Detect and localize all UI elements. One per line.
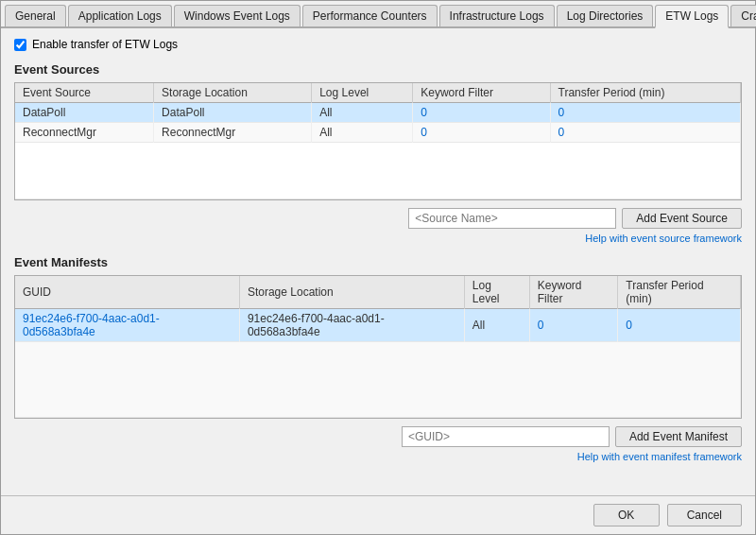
col-log-level2: Log Level — [464, 276, 529, 309]
tab-etw-logs[interactable]: ETW Logs — [655, 5, 729, 28]
table-row[interactable]: ReconnectMgr ReconnectMgr All 0 0 — [15, 123, 741, 143]
cell-storage2: 91ec24e6-f700-4aac-a0d1-0d568a3bfa4e — [239, 309, 464, 342]
col-transfer-period2: Transfer Period (min) — [618, 276, 741, 309]
cancel-button[interactable]: Cancel — [667, 504, 742, 526]
event-sources-header-row: Event Source Storage Location Log Level … — [15, 83, 741, 103]
enable-checkbox[interactable] — [14, 39, 26, 51]
add-event-manifest-button[interactable]: Add Event Manifest — [615, 426, 742, 447]
cell-guid[interactable]: 91ec24e6-f700-4aac-a0d1-0d568a3bfa4e — [15, 309, 239, 342]
event-manifests-table-container: GUID Storage Location Log Level Keyword … — [14, 275, 742, 419]
event-manifest-help-link[interactable]: Help with event manifest framework — [14, 451, 742, 462]
cell-level: All — [312, 103, 413, 123]
cell-period2: 0 — [618, 309, 741, 342]
event-sources-table: Event Source Storage Location Log Level … — [15, 83, 741, 199]
event-source-help-link[interactable]: Help with event source framework — [14, 233, 742, 244]
tab-general[interactable]: General — [5, 5, 66, 26]
col-keyword-filter: Keyword Filter — [413, 83, 550, 103]
event-sources-title: Event Sources — [14, 62, 742, 77]
guid-input[interactable] — [402, 426, 610, 447]
tab-performance-counters[interactable]: Performance Counters — [302, 5, 438, 26]
content-area: Enable transfer of ETW Logs Event Source… — [1, 28, 755, 495]
cell-level2: All — [464, 309, 529, 342]
event-sources-table-container: Event Source Storage Location Log Level … — [14, 82, 742, 200]
col-event-source: Event Source — [15, 83, 154, 103]
col-storage-location: Storage Location — [154, 83, 312, 103]
cell-source: ReconnectMgr — [15, 123, 154, 143]
tab-crash-dumps[interactable]: Crash Dumps — [730, 5, 756, 26]
cell-keyword: 0 — [413, 123, 550, 143]
cell-source: DataPoll — [15, 103, 154, 123]
add-event-source-button[interactable]: Add Event Source — [622, 208, 742, 229]
empty-row2 — [15, 342, 741, 418]
col-keyword-filter2: Keyword Filter — [529, 276, 618, 309]
source-name-input[interactable] — [408, 208, 616, 229]
ok-button[interactable]: OK — [593, 504, 660, 526]
event-manifest-input-row: Add Event Manifest — [14, 426, 742, 447]
table-row[interactable]: 91ec24e6-f700-4aac-a0d1-0d568a3bfa4e 91e… — [15, 309, 741, 342]
cell-keyword: 0 — [413, 103, 550, 123]
col-guid: GUID — [15, 276, 239, 309]
cell-period: 0 — [550, 123, 740, 143]
tab-infrastructure-logs[interactable]: Infrastructure Logs — [439, 5, 555, 26]
col-log-level: Log Level — [312, 83, 413, 103]
event-manifests-table: GUID Storage Location Log Level Keyword … — [15, 276, 741, 418]
dialog-footer: OK Cancel — [1, 495, 755, 534]
table-row[interactable]: DataPoll DataPoll All 0 0 — [15, 103, 741, 123]
empty-row — [15, 143, 741, 199]
tab-log-directories[interactable]: Log Directories — [557, 5, 654, 26]
col-storage-location2: Storage Location — [239, 276, 464, 309]
tab-windows-event-logs[interactable]: Windows Event Logs — [174, 5, 301, 26]
col-transfer-period: Transfer Period (min) — [550, 83, 740, 103]
cell-level: All — [312, 123, 413, 143]
tab-bar: General Application Logs Windows Event L… — [1, 1, 755, 28]
tab-application-logs[interactable]: Application Logs — [68, 5, 172, 26]
cell-storage: DataPoll — [154, 103, 312, 123]
cell-keyword2: 0 — [529, 309, 618, 342]
cell-period: 0 — [550, 103, 740, 123]
event-manifests-title: Event Manifests — [14, 255, 742, 269]
enable-checkbox-label: Enable transfer of ETW Logs — [32, 38, 178, 51]
event-manifests-header-row: GUID Storage Location Log Level Keyword … — [15, 276, 741, 309]
event-source-input-row: Add Event Source — [14, 208, 742, 229]
cell-storage: ReconnectMgr — [154, 123, 312, 143]
enable-checkbox-row: Enable transfer of ETW Logs — [14, 38, 742, 51]
